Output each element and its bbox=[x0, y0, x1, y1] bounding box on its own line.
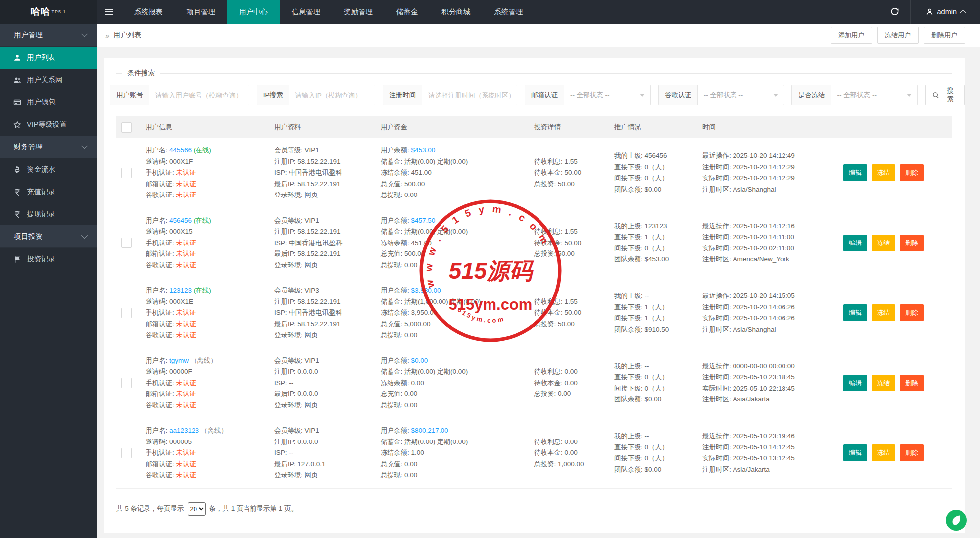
nav-savings[interactable]: 储蓄金 bbox=[385, 0, 430, 24]
add-user-button[interactable]: 添加用户 bbox=[831, 27, 872, 44]
user-info-cell: 用户名: aa123123 （离线） 邀请码: 000005 手机认证: 未认证… bbox=[139, 425, 267, 481]
rupee-icon bbox=[13, 188, 21, 196]
nav-project-management[interactable]: 项目管理 bbox=[175, 0, 227, 24]
edit-button[interactable]: 编辑 bbox=[843, 304, 867, 321]
username-link[interactable]: 456456 bbox=[169, 217, 192, 224]
nav-system-reports[interactable]: 系统报表 bbox=[122, 0, 175, 24]
balance-value: $800,217.00 bbox=[411, 427, 448, 434]
row-checkbox[interactable] bbox=[121, 308, 132, 318]
user-profile-cell: 会员等级: VIP1 注册IP: 0.0.0.0 ISP: -- 最后IP: 0… bbox=[267, 355, 374, 411]
username-link[interactable]: tgymw bbox=[169, 357, 189, 364]
email-auth-select[interactable]: -- 全部状态 -- bbox=[564, 85, 650, 105]
username-link[interactable]: aa123123 bbox=[169, 427, 199, 434]
edit-button[interactable]: 编辑 bbox=[843, 235, 867, 251]
time-cell: 最近操作: 2025-10-20 14:12:49 注册时间: 2025-10-… bbox=[695, 145, 836, 201]
frozen-status-group: 是否冻结 -- 全部状态 -- bbox=[791, 85, 918, 105]
nav-user-center[interactable]: 用户中心 bbox=[227, 0, 280, 24]
hamburger-menu-icon[interactable] bbox=[97, 0, 122, 24]
edit-button[interactable]: 编辑 bbox=[843, 375, 867, 391]
row-checkbox[interactable] bbox=[121, 238, 132, 248]
freeze-button[interactable]: 冻结 bbox=[872, 164, 895, 181]
table-row: 用户名: 456456 (在线) 邀请码: 000X15 手机认证: 未认证 邮… bbox=[116, 208, 952, 279]
google-auth-select[interactable]: -- 全部状态 -- bbox=[698, 85, 784, 105]
time-cell: 最近操作: 2025-10-20 14:15:05 注册时间: 2025-10-… bbox=[695, 285, 836, 341]
promotion-cell: 我的上级: 456456 直接下级: 0（人） 间接下级: 0（人） 团队余额:… bbox=[607, 145, 695, 201]
promotion-cell: 我的上级: -- 直接下级: 0（人） 间接下级: 0（人） 团队余额: $0.… bbox=[607, 355, 695, 411]
frozen-status-select[interactable]: -- 全部状态 -- bbox=[831, 85, 917, 105]
sidebar-item-fund-flow[interactable]: 资金流水 bbox=[0, 158, 97, 181]
user-info-cell: 用户名: 456456 (在线) 邀请码: 000X15 手机认证: 未认证 邮… bbox=[139, 215, 267, 271]
page-size-select[interactable]: 20 bbox=[188, 502, 206, 516]
row-checkbox[interactable] bbox=[121, 448, 132, 458]
username-link[interactable]: 123123 bbox=[169, 287, 192, 294]
row-checkbox[interactable] bbox=[121, 168, 132, 178]
freeze-button[interactable]: 冻结 bbox=[872, 375, 895, 391]
balance-value: $453.00 bbox=[411, 147, 436, 154]
user-info-cell: 用户名: 445566 (在线) 邀请码: 000X1F 手机认证: 未认证 邮… bbox=[139, 145, 267, 201]
investment-cell: 待收利息: 1.55 待收本金: 50.00 总投资: 50.00 bbox=[527, 215, 607, 271]
account-search-input[interactable] bbox=[149, 85, 249, 105]
row-actions: 编辑 冻结 删除 bbox=[836, 285, 952, 341]
chevron-down-icon bbox=[81, 232, 88, 239]
sidebar-item-user-list[interactable]: 用户列表 bbox=[0, 47, 97, 69]
user-funds-cell: 用户余额: $800,217.00 储蓄金: 活期(0.00) 定期(0.00)… bbox=[374, 425, 527, 481]
float-action-button[interactable] bbox=[946, 510, 967, 531]
nav-points-mall[interactable]: 积分商城 bbox=[430, 0, 483, 24]
delete-button[interactable]: 删除 bbox=[900, 444, 924, 461]
user-funds-cell: 用户余额: $457.50 储蓄金: 活期(0.00) 定期(0.00) 冻结余… bbox=[374, 215, 527, 271]
sidebar-item-user-network[interactable]: 用户关系网 bbox=[0, 69, 97, 91]
user-info-cell: 用户名: 123123 (在线) 邀请码: 000X1E 手机认证: 未认证 邮… bbox=[139, 285, 267, 341]
ip-search-input[interactable] bbox=[289, 85, 375, 105]
edit-button[interactable]: 编辑 bbox=[843, 164, 867, 181]
refresh-icon[interactable] bbox=[880, 0, 910, 24]
freeze-button[interactable]: 冻结 bbox=[872, 444, 895, 461]
sidebar-item-recharge-records[interactable]: 充值记录 bbox=[0, 181, 97, 203]
sidebar-group-project-investment[interactable]: 项目投资 bbox=[0, 225, 97, 248]
caret-down-icon bbox=[907, 94, 912, 97]
main-content: » 用户列表 添加用户 冻结用户 删除用户 条件搜索 用户账号 IP搜索 注册时… bbox=[97, 24, 980, 538]
chevron-down-icon bbox=[81, 143, 88, 149]
delete-button[interactable]: 删除 bbox=[900, 235, 924, 251]
nav-reward-management[interactable]: 奖励管理 bbox=[332, 0, 385, 24]
username-link[interactable]: 445566 bbox=[169, 147, 192, 154]
online-status: (在线) bbox=[194, 287, 211, 294]
promotion-cell: 我的上级: -- 直接下级: 0（人） 间接下级: 0（人） 团队余额: $0.… bbox=[607, 425, 695, 481]
user-profile-cell: 会员等级: VIP1 注册IP: 58.152.22.191 ISP: 中国香港… bbox=[267, 215, 374, 271]
logo-version-badge: TP5.1 bbox=[51, 9, 66, 14]
rupee-icon bbox=[13, 210, 21, 218]
delete-button[interactable]: 删除 bbox=[900, 375, 924, 391]
search-button[interactable]: 搜索 bbox=[925, 85, 965, 105]
edit-button[interactable]: 编辑 bbox=[843, 444, 867, 461]
freeze-button[interactable]: 冻结 bbox=[872, 235, 895, 251]
nav-system-management[interactable]: 系统管理 bbox=[483, 0, 535, 24]
sidebar-group-user-management[interactable]: 用户管理 bbox=[0, 24, 97, 47]
online-status: (在线) bbox=[194, 217, 211, 224]
balance-value: $3,930.00 bbox=[411, 287, 441, 294]
investment-cell: 待收利息: 1.55 待收本金: 50.00 总投资: 50.00 bbox=[527, 145, 607, 201]
delete-button[interactable]: 删除 bbox=[900, 304, 924, 321]
caret-down-icon bbox=[640, 94, 645, 97]
sidebar-item-user-wallet[interactable]: 用户钱包 bbox=[0, 91, 97, 113]
online-status: （离线） bbox=[201, 427, 228, 434]
freeze-user-button[interactable]: 冻结用户 bbox=[877, 27, 919, 44]
table-header-row: 用户信息 用户资料 用户资金 投资详情 推广情况 时间 bbox=[116, 116, 952, 138]
row-checkbox[interactable] bbox=[121, 378, 132, 388]
promotion-cell: 我的上级: 123123 直接下级: 1（人） 间接下级: 0（人） 团队余额:… bbox=[607, 215, 695, 271]
delete-button[interactable]: 删除 bbox=[900, 164, 924, 181]
row-actions: 编辑 冻结 删除 bbox=[836, 425, 952, 481]
flag-icon bbox=[13, 255, 21, 263]
sidebar-item-withdraw-records[interactable]: 提现记录 bbox=[0, 203, 97, 225]
nav-info-management[interactable]: 信息管理 bbox=[280, 0, 332, 24]
sidebar-item-vip-levels[interactable]: VIP等级设置 bbox=[0, 113, 97, 136]
user-list-card: 条件搜索 用户账号 IP搜索 注册时间 邮箱认证 -- 全部状态 -- 谷歌认证… bbox=[104, 58, 965, 533]
search-icon bbox=[932, 92, 940, 99]
wallet-icon bbox=[13, 98, 21, 106]
user-funds-cell: 用户余额: $0.00 储蓄金: 活期(0.00) 定期(0.00) 冻结余额:… bbox=[374, 355, 527, 411]
delete-user-button[interactable]: 删除用户 bbox=[924, 27, 965, 44]
sidebar-group-finance-management[interactable]: 财务管理 bbox=[0, 136, 97, 158]
register-time-input[interactable] bbox=[422, 85, 517, 105]
admin-user-menu[interactable]: admin bbox=[910, 0, 980, 24]
sidebar-item-investment-records[interactable]: 投资记录 bbox=[0, 248, 97, 270]
freeze-button[interactable]: 冻结 bbox=[872, 304, 895, 321]
select-all-checkbox[interactable] bbox=[121, 122, 132, 133]
